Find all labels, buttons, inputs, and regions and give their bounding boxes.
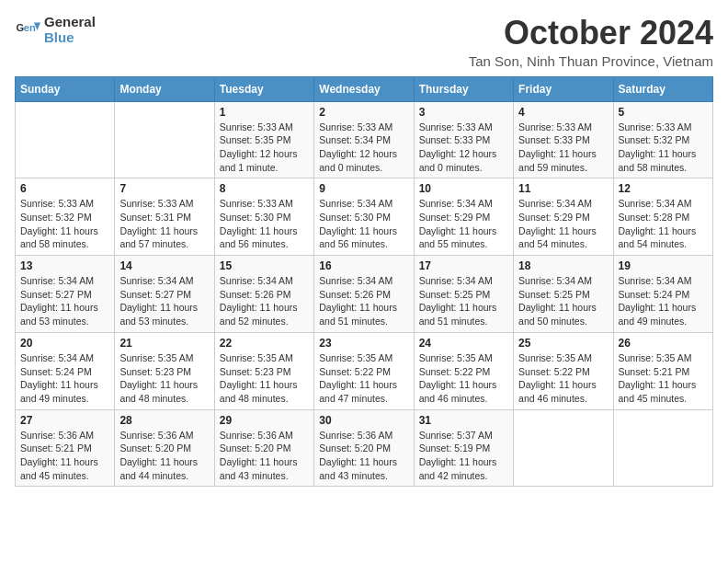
day-info: Sunrise: 5:36 AM Sunset: 5:20 PM Dayligh…	[220, 429, 309, 483]
title-block: October 2024 Tan Son, Ninh Thuan Provinc…	[469, 15, 713, 69]
calendar-week-3: 13Sunrise: 5:34 AM Sunset: 5:27 PM Dayli…	[16, 256, 713, 333]
day-number: 14	[119, 259, 209, 272]
day-info: Sunrise: 5:33 AM Sunset: 5:32 PM Dayligh…	[20, 197, 109, 251]
calendar-header-row: SundayMondayTuesdayWednesdayThursdayFrid…	[16, 76, 713, 101]
day-info: Sunrise: 5:33 AM Sunset: 5:31 PM Dayligh…	[119, 197, 209, 251]
day-number: 31	[419, 414, 508, 427]
calendar-cell: 20Sunrise: 5:34 AM Sunset: 5:24 PM Dayli…	[16, 332, 115, 409]
calendar-cell: 19Sunrise: 5:34 AM Sunset: 5:24 PM Dayli…	[613, 256, 712, 333]
day-info: Sunrise: 5:34 AM Sunset: 5:25 PM Dayligh…	[419, 274, 508, 328]
day-info: Sunrise: 5:36 AM Sunset: 5:20 PM Dayligh…	[119, 429, 209, 483]
calendar-cell: 23Sunrise: 5:35 AM Sunset: 5:22 PM Dayli…	[314, 332, 414, 409]
day-number: 30	[319, 414, 408, 427]
calendar-cell: 24Sunrise: 5:35 AM Sunset: 5:22 PM Dayli…	[414, 332, 513, 409]
day-info: Sunrise: 5:33 AM Sunset: 5:33 PM Dayligh…	[419, 121, 508, 175]
day-info: Sunrise: 5:35 AM Sunset: 5:22 PM Dayligh…	[319, 351, 408, 406]
day-info: Sunrise: 5:34 AM Sunset: 5:25 PM Dayligh…	[518, 274, 608, 328]
calendar-cell: 2Sunrise: 5:33 AM Sunset: 5:34 PM Daylig…	[314, 101, 414, 178]
day-info: Sunrise: 5:34 AM Sunset: 5:27 PM Dayligh…	[119, 274, 209, 328]
logo-line2: Blue	[44, 30, 96, 46]
calendar-week-5: 27Sunrise: 5:36 AM Sunset: 5:21 PM Dayli…	[16, 409, 713, 487]
day-number: 16	[319, 259, 408, 272]
calendar-cell: 30Sunrise: 5:36 AM Sunset: 5:20 PM Dayli…	[314, 409, 414, 487]
calendar-cell: 31Sunrise: 5:37 AM Sunset: 5:19 PM Dayli…	[414, 409, 513, 487]
day-number: 17	[419, 259, 508, 272]
day-number: 10	[419, 182, 508, 195]
day-info: Sunrise: 5:33 AM Sunset: 5:32 PM Dayligh…	[619, 121, 708, 175]
day-number: 5	[619, 106, 708, 119]
day-info: Sunrise: 5:34 AM Sunset: 5:24 PM Dayligh…	[619, 274, 708, 328]
day-number: 11	[518, 182, 608, 195]
calendar-week-1: 1Sunrise: 5:33 AM Sunset: 5:35 PM Daylig…	[16, 101, 713, 178]
header-monday: Monday	[115, 76, 214, 101]
day-number: 20	[20, 337, 109, 350]
calendar-cell: 13Sunrise: 5:34 AM Sunset: 5:27 PM Dayli…	[16, 256, 115, 333]
day-number: 3	[419, 106, 508, 119]
calendar-cell: 21Sunrise: 5:35 AM Sunset: 5:23 PM Dayli…	[115, 332, 214, 409]
day-number: 21	[119, 337, 209, 350]
day-number: 27	[20, 414, 109, 427]
calendar-cell: 6Sunrise: 5:33 AM Sunset: 5:32 PM Daylig…	[16, 178, 115, 256]
day-info: Sunrise: 5:36 AM Sunset: 5:20 PM Dayligh…	[319, 429, 408, 483]
calendar-cell: 16Sunrise: 5:34 AM Sunset: 5:26 PM Dayli…	[314, 256, 414, 333]
day-number: 9	[319, 182, 408, 195]
calendar-cell: 28Sunrise: 5:36 AM Sunset: 5:20 PM Dayli…	[115, 409, 214, 487]
day-info: Sunrise: 5:35 AM Sunset: 5:22 PM Dayligh…	[518, 351, 608, 406]
day-number: 6	[20, 182, 109, 195]
day-info: Sunrise: 5:33 AM Sunset: 5:30 PM Dayligh…	[220, 197, 309, 251]
header-thursday: Thursday	[414, 76, 513, 101]
day-info: Sunrise: 5:34 AM Sunset: 5:26 PM Dayligh…	[220, 274, 309, 328]
calendar-cell: 18Sunrise: 5:34 AM Sunset: 5:25 PM Dayli…	[514, 256, 613, 333]
calendar-week-2: 6Sunrise: 5:33 AM Sunset: 5:32 PM Daylig…	[16, 178, 713, 256]
day-info: Sunrise: 5:33 AM Sunset: 5:35 PM Dayligh…	[220, 121, 309, 175]
calendar-cell: 10Sunrise: 5:34 AM Sunset: 5:29 PM Dayli…	[414, 178, 513, 256]
header-saturday: Saturday	[613, 76, 712, 101]
calendar-cell: 17Sunrise: 5:34 AM Sunset: 5:25 PM Dayli…	[414, 256, 513, 333]
month-title: October 2024	[469, 15, 713, 52]
calendar-cell	[514, 409, 613, 487]
logo: G en General Blue	[15, 15, 96, 45]
day-info: Sunrise: 5:35 AM Sunset: 5:21 PM Dayligh…	[619, 351, 708, 406]
calendar-table: SundayMondayTuesdayWednesdayThursdayFrid…	[15, 76, 713, 488]
header-friday: Friday	[514, 76, 613, 101]
day-info: Sunrise: 5:34 AM Sunset: 5:26 PM Dayligh…	[319, 274, 408, 328]
day-info: Sunrise: 5:34 AM Sunset: 5:30 PM Dayligh…	[319, 197, 408, 251]
calendar-cell: 1Sunrise: 5:33 AM Sunset: 5:35 PM Daylig…	[214, 101, 313, 178]
calendar-cell	[613, 409, 712, 487]
day-number: 18	[518, 259, 608, 272]
calendar-cell: 12Sunrise: 5:34 AM Sunset: 5:28 PM Dayli…	[613, 178, 712, 256]
day-number: 26	[619, 337, 708, 350]
svg-text:en: en	[24, 22, 36, 33]
location-title: Tan Son, Ninh Thuan Province, Vietnam	[469, 53, 713, 69]
day-number: 29	[220, 414, 309, 427]
calendar-cell: 27Sunrise: 5:36 AM Sunset: 5:21 PM Dayli…	[16, 409, 115, 487]
calendar-cell: 25Sunrise: 5:35 AM Sunset: 5:22 PM Dayli…	[514, 332, 613, 409]
calendar-cell: 29Sunrise: 5:36 AM Sunset: 5:20 PM Dayli…	[214, 409, 313, 487]
day-info: Sunrise: 5:34 AM Sunset: 5:27 PM Dayligh…	[20, 274, 109, 328]
day-number: 22	[220, 337, 309, 350]
header-sunday: Sunday	[16, 76, 115, 101]
day-number: 1	[220, 106, 309, 119]
day-number: 25	[518, 337, 608, 350]
day-number: 19	[619, 259, 708, 272]
page-header: G en General Blue October 2024 Tan Son, …	[15, 15, 713, 69]
day-info: Sunrise: 5:34 AM Sunset: 5:24 PM Dayligh…	[20, 351, 109, 406]
calendar-cell: 7Sunrise: 5:33 AM Sunset: 5:31 PM Daylig…	[115, 178, 214, 256]
day-info: Sunrise: 5:33 AM Sunset: 5:34 PM Dayligh…	[319, 121, 408, 175]
calendar-cell: 3Sunrise: 5:33 AM Sunset: 5:33 PM Daylig…	[414, 101, 513, 178]
svg-text:G: G	[16, 22, 24, 33]
calendar-cell: 14Sunrise: 5:34 AM Sunset: 5:27 PM Dayli…	[115, 256, 214, 333]
day-number: 7	[119, 182, 209, 195]
calendar-cell: 4Sunrise: 5:33 AM Sunset: 5:33 PM Daylig…	[514, 101, 613, 178]
day-info: Sunrise: 5:35 AM Sunset: 5:22 PM Dayligh…	[419, 351, 508, 406]
calendar-cell: 8Sunrise: 5:33 AM Sunset: 5:30 PM Daylig…	[214, 178, 313, 256]
day-number: 2	[319, 106, 408, 119]
day-info: Sunrise: 5:33 AM Sunset: 5:33 PM Dayligh…	[518, 121, 608, 175]
day-number: 24	[419, 337, 508, 350]
logo-icon: G en	[15, 17, 40, 43]
day-number: 23	[319, 337, 408, 350]
calendar-week-4: 20Sunrise: 5:34 AM Sunset: 5:24 PM Dayli…	[16, 332, 713, 409]
calendar-cell: 26Sunrise: 5:35 AM Sunset: 5:21 PM Dayli…	[613, 332, 712, 409]
calendar-cell: 9Sunrise: 5:34 AM Sunset: 5:30 PM Daylig…	[314, 178, 414, 256]
day-info: Sunrise: 5:35 AM Sunset: 5:23 PM Dayligh…	[220, 351, 309, 406]
